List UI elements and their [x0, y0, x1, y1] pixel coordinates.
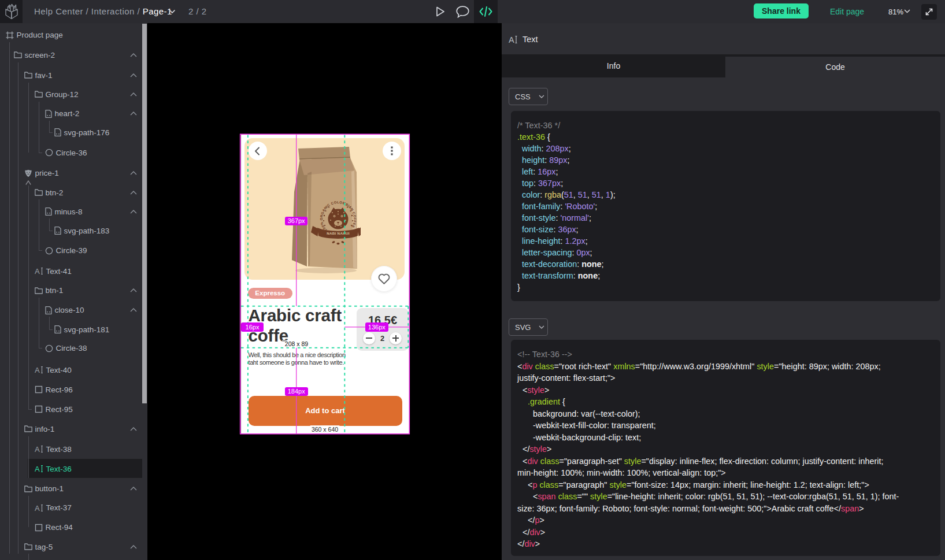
- svg-text:A: A: [509, 35, 514, 44]
- svg-text:A: A: [35, 445, 40, 453]
- svg-text:A: A: [35, 366, 40, 374]
- svg-text:A: A: [35, 267, 40, 275]
- svg-text:A: A: [35, 504, 40, 512]
- svg-text:A: A: [35, 465, 40, 473]
